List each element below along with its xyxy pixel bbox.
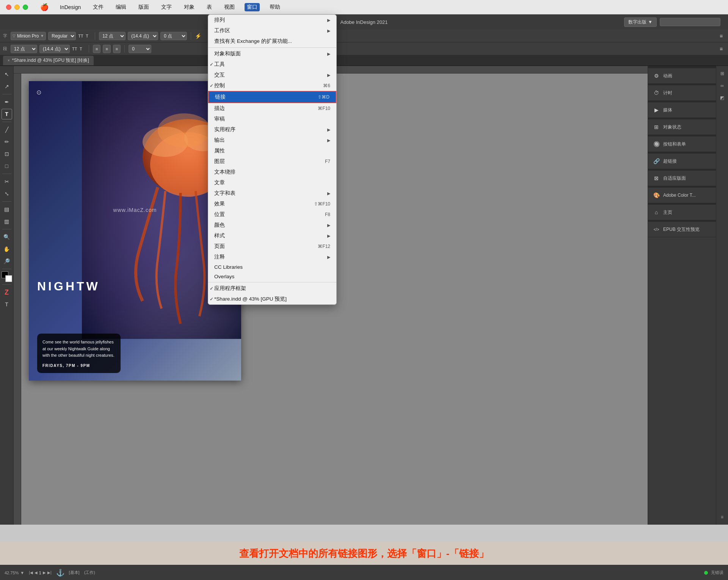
line-tool[interactable]: ╱ bbox=[2, 124, 12, 135]
hand-tool[interactable]: ✋ bbox=[2, 244, 12, 254]
doc-tab[interactable]: × *Share.indd @ 43% [GPU 预览] [转换] bbox=[3, 56, 94, 65]
menu-item-position[interactable]: 位置 F8 bbox=[208, 209, 336, 220]
panel-adaptive-layout[interactable]: ⊠ 自适应版面 bbox=[648, 171, 716, 186]
panel-animation[interactable]: ⚙ 动画 bbox=[648, 68, 716, 84]
menu-item-color[interactable]: 颜色 ▶ bbox=[208, 220, 336, 230]
menu-item-layers[interactable]: 图层 F7 bbox=[208, 156, 336, 167]
panel-buttons-forms[interactable]: 🔘 按钮和表单 bbox=[648, 136, 716, 152]
menu-item-properties[interactable]: 属性 bbox=[208, 146, 336, 156]
para-size-select[interactable]: 12 点 bbox=[11, 45, 37, 53]
text-tool[interactable]: T bbox=[2, 109, 12, 119]
menu-table[interactable]: 表 bbox=[204, 3, 214, 11]
far-right-icon-3[interactable]: ◩ bbox=[718, 93, 727, 102]
menu-object[interactable]: 对象 bbox=[182, 3, 197, 11]
font-size-select[interactable]: 12 点 bbox=[99, 32, 126, 40]
menu-item-exchange[interactable]: 查找有关 Exchange 的扩展功能... bbox=[208, 36, 336, 47]
panel-adobe-color[interactable]: 🎨 Adobe Color T... bbox=[648, 188, 716, 203]
menu-item-control[interactable]: 控制 ⌘6 bbox=[208, 80, 336, 91]
menu-window[interactable]: 窗口 bbox=[245, 3, 260, 11]
menu-item-object-layout[interactable]: 对象和版面 ▶ bbox=[208, 49, 336, 59]
far-right-icon-4[interactable]: ≡ bbox=[718, 513, 727, 522]
text-frame-tool2[interactable]: T bbox=[2, 299, 12, 310]
window-dropdown-menu[interactable]: 排列 ▶ 工作区 ▶ 查找有关 Exchange 的扩展功能... 对象和版面 … bbox=[208, 14, 337, 305]
apple-menu[interactable]: 🍎 bbox=[40, 3, 49, 11]
panel-hyperlinks[interactable]: 🔗 超链接 bbox=[648, 154, 716, 169]
last-page-button[interactable]: ▶| bbox=[47, 571, 52, 575]
menu-item-stroke[interactable]: 描边 ⌘F10 bbox=[208, 103, 336, 114]
panel-toggle2-icon[interactable]: ≡ bbox=[720, 46, 725, 52]
kerning-select[interactable]: 0 点 bbox=[160, 32, 187, 40]
align-left-button[interactable]: ≡ bbox=[93, 45, 100, 53]
search-input[interactable] bbox=[660, 18, 720, 26]
menu-type[interactable]: 文字 bbox=[159, 3, 174, 11]
fullscreen-button[interactable] bbox=[23, 5, 28, 10]
menu-layout[interactable]: 版面 bbox=[136, 3, 151, 11]
leading-select[interactable]: (14.4 点) bbox=[128, 32, 158, 40]
close-button[interactable] bbox=[6, 5, 11, 10]
gradient-tool[interactable]: ▤ bbox=[2, 204, 12, 215]
menu-view[interactable]: 视图 bbox=[222, 3, 237, 11]
next-page-button[interactable]: ▶ bbox=[43, 571, 46, 575]
align-center-button[interactable]: ≡ bbox=[103, 45, 110, 53]
menu-item-app-frame[interactable]: 应用程序框架 bbox=[208, 283, 336, 294]
menu-item-tools[interactable]: 工具 bbox=[208, 59, 336, 70]
gradient-swatch-tool[interactable]: ▥ bbox=[2, 216, 12, 227]
panel-object-states[interactable]: ⊞ 对象状态 bbox=[648, 119, 716, 135]
workspace-button[interactable]: 数字出版 ▼ bbox=[624, 17, 657, 27]
menu-indesign[interactable]: InDesign bbox=[58, 3, 83, 11]
background-color[interactable] bbox=[5, 275, 12, 282]
align-right-button[interactable]: ≡ bbox=[113, 45, 121, 53]
free-transform-tool[interactable]: ⤡ bbox=[2, 188, 12, 199]
panel-toggle-icon[interactable]: ≡ bbox=[720, 33, 725, 39]
far-right-icon-2[interactable]: ∞ bbox=[718, 81, 727, 90]
doc-tab-close-icon[interactable]: × bbox=[8, 58, 10, 63]
menu-item-pages[interactable]: 页面 ⌘F12 bbox=[208, 241, 336, 252]
zoom-tool[interactable]: 🔎 bbox=[2, 256, 12, 266]
menu-edit[interactable]: 编辑 bbox=[113, 3, 129, 11]
selection-tool[interactable]: ↖ bbox=[2, 69, 12, 80]
panel-media[interactable]: ▶ 媒体 bbox=[648, 102, 716, 118]
menu-item-cc-libraries[interactable]: CC Libraries bbox=[208, 262, 336, 272]
menu-item-utilities[interactable]: 实用程序 ▶ bbox=[208, 124, 336, 135]
menu-item-article[interactable]: 文章 bbox=[208, 177, 336, 188]
menu-item-share-doc[interactable]: *Share.indd @ 43% [GPU 预览] bbox=[208, 294, 336, 304]
menu-item-styles[interactable]: 样式 ▶ bbox=[208, 230, 336, 241]
pen-tool[interactable]: ✒ bbox=[2, 97, 12, 107]
para-leading-select[interactable]: (14.4 点) bbox=[39, 45, 70, 53]
minimize-button[interactable] bbox=[14, 5, 20, 10]
menu-file[interactable]: 文件 bbox=[91, 3, 106, 11]
panel-home[interactable]: ⌂ 主页 bbox=[648, 205, 716, 220]
rectangle-frame-tool[interactable]: ⊡ bbox=[2, 149, 12, 159]
menu-item-arrange[interactable]: 排列 ▶ bbox=[208, 15, 336, 25]
rectangle-tool[interactable]: □ bbox=[2, 161, 12, 171]
color-swatches[interactable] bbox=[2, 271, 12, 282]
normal-mode[interactable]: Z bbox=[2, 287, 12, 298]
menu-item-type-tables[interactable]: 文字和表 ▶ bbox=[208, 188, 336, 199]
first-page-button[interactable]: |◀ bbox=[29, 571, 33, 575]
menu-item-notes[interactable]: 注释 ▶ bbox=[208, 252, 336, 262]
menu-item-overlays[interactable]: Overlays bbox=[208, 272, 336, 281]
panel-epub-label: EPUB 交互性预览 bbox=[663, 226, 700, 233]
menu-help[interactable]: 帮助 bbox=[267, 3, 282, 11]
zoom-control[interactable]: 42.75% ▼ bbox=[5, 571, 24, 575]
menu-item-output[interactable]: 输出 ▶ bbox=[208, 135, 336, 146]
indent-select[interactable]: 0 bbox=[129, 45, 151, 53]
scissors-tool[interactable]: ✂ bbox=[2, 176, 12, 187]
menu-item-effects[interactable]: 效果 ⇧⌘F10 bbox=[208, 199, 336, 209]
font-style-select[interactable]: Regular bbox=[48, 32, 76, 40]
menu-item-links[interactable]: 链接 ⇧⌘D bbox=[208, 91, 336, 103]
menu-item-workspace[interactable]: 工作区 ▶ bbox=[208, 25, 336, 36]
panel-timing[interactable]: ⏱ 计时 bbox=[648, 85, 716, 101]
direct-selection-tool[interactable]: ↗ bbox=[2, 81, 12, 92]
font-selector[interactable]: ▽ Minion Pro ▼ bbox=[11, 32, 46, 40]
far-right-icon-1[interactable]: ⊞ bbox=[718, 69, 727, 78]
menu-item-text-wrap[interactable]: 文本绕排 bbox=[208, 167, 336, 177]
menu-item-review[interactable]: 审稿 bbox=[208, 114, 336, 124]
pencil-tool[interactable]: ✏ bbox=[2, 136, 12, 147]
prev-page-button[interactable]: ◀ bbox=[35, 571, 38, 575]
vertical-ruler bbox=[14, 74, 21, 525]
menu-item-interact[interactable]: 交互 ▶ bbox=[208, 70, 336, 80]
eyedropper-tool[interactable]: 🔍 bbox=[2, 232, 12, 242]
panel-epub[interactable]: </> EPUB 交互性预览 bbox=[648, 222, 716, 237]
annotation-bar: 查看打开文档中的所有链接图形，选择「窗口」-「链接」 bbox=[0, 542, 728, 565]
